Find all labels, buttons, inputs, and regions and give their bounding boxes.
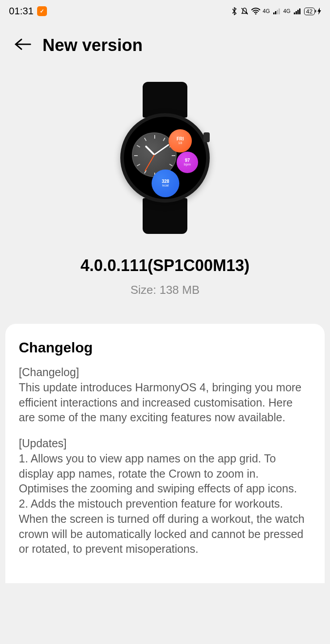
version-size: Size: 138 MB: [9, 283, 321, 297]
status-bar: 01:31 ✓ 4G 4G 42: [0, 0, 330, 22]
changelog-card: Changelog [Changelog] This update introd…: [5, 324, 325, 583]
svg-rect-2: [275, 11, 276, 14]
back-icon[interactable]: [13, 36, 31, 55]
page-header: New version: [0, 22, 330, 73]
charging-icon: [317, 8, 321, 15]
status-left: 01:31 ✓: [9, 5, 47, 17]
signal-2-label: 4G: [283, 8, 291, 14]
svg-point-0: [255, 13, 256, 15]
svg-rect-3: [277, 10, 278, 14]
changelog-title: Changelog: [19, 339, 311, 356]
device-image: FRI 18 97 bpm 328 kcal: [0, 73, 330, 243]
clock-time: 01:31: [9, 5, 34, 17]
status-right: 4G 4G 42: [231, 7, 322, 15]
signal-1-label: 4G: [263, 8, 270, 14]
changelog-body: [Changelog] This update introduces Harmo…: [19, 365, 311, 557]
svg-rect-1: [273, 13, 275, 14]
version-number: 4.0.0.111(SP1C00M13): [9, 256, 321, 275]
calories-bubble: 328 kcal: [152, 169, 179, 197]
heart-rate-bubble: 97 bpm: [177, 152, 198, 173]
svg-rect-5: [294, 13, 295, 14]
app-badge-icon: ✓: [37, 6, 47, 16]
signal-2-icon: [293, 8, 301, 14]
signal-1-icon: [273, 8, 281, 14]
battery-indicator: 42: [304, 8, 315, 15]
wifi-icon: [251, 8, 260, 15]
svg-rect-7: [297, 10, 299, 14]
svg-rect-8: [299, 8, 300, 14]
svg-rect-6: [296, 11, 297, 14]
svg-rect-4: [279, 8, 280, 14]
bluetooth-icon: [231, 7, 238, 15]
page-title: New version: [42, 36, 143, 55]
date-bubble: FRI 18: [169, 129, 192, 153]
mute-icon: [241, 7, 249, 15]
version-info: 4.0.0.111(SP1C00M13) Size: 138 MB: [0, 243, 330, 315]
